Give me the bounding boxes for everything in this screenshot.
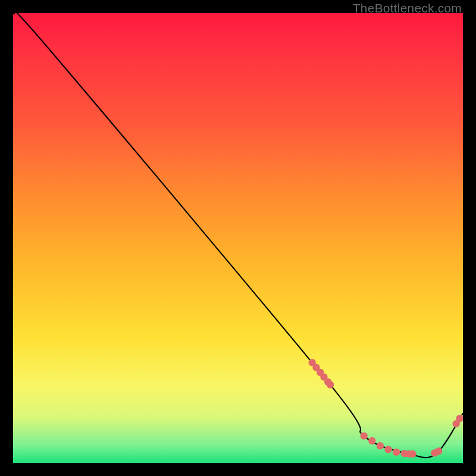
marker-floor-cluster — [409, 450, 416, 458]
bottleneck-curve — [13, 13, 463, 458]
chart-stage: TheBottleneck.com — [0, 0, 476, 476]
chart-overlay — [13, 13, 463, 463]
marker-floor-cluster — [377, 442, 384, 449]
marker-floor-cluster — [384, 446, 392, 453]
marker-left-cluster — [327, 381, 334, 388]
marker-floor-cluster — [361, 432, 368, 439]
data-markers — [309, 359, 464, 458]
marker-right-pair — [435, 447, 442, 455]
marker-floor-cluster — [393, 449, 400, 456]
marker-floor-cluster — [368, 437, 375, 444]
plot-area — [13, 13, 463, 463]
